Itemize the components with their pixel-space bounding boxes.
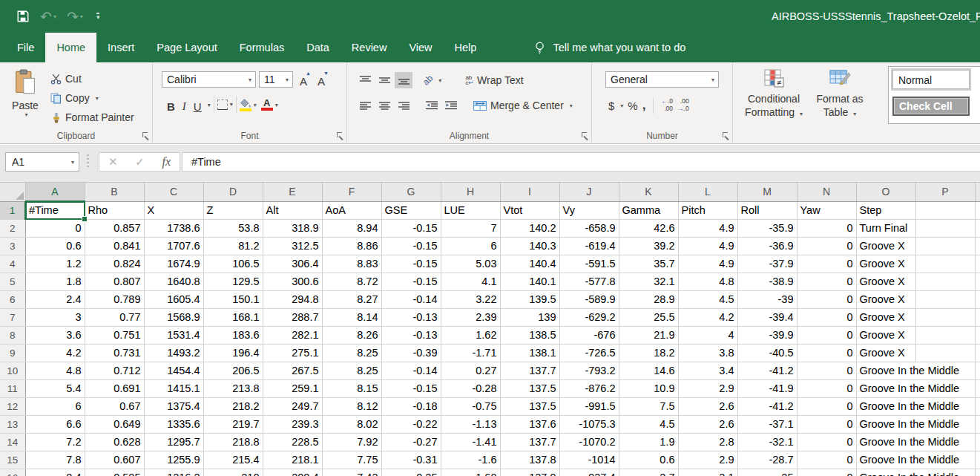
cell-L10[interactable]: 3.4 bbox=[678, 362, 737, 379]
cell-A5[interactable]: 1.8 bbox=[25, 273, 85, 290]
cell-G15[interactable]: -0.31 bbox=[381, 451, 441, 469]
cell-E14[interactable]: 228.5 bbox=[263, 433, 322, 451]
cell-I11[interactable]: 137.5 bbox=[500, 379, 559, 397]
cell-L15[interactable]: 2.9 bbox=[678, 451, 737, 469]
cell-A3[interactable]: 0.6 bbox=[25, 237, 85, 255]
col-header-E[interactable]: E bbox=[263, 183, 322, 201]
cell-H15[interactable]: -1.6 bbox=[441, 451, 500, 469]
cell-G1[interactable]: GSE bbox=[381, 201, 441, 219]
row-header-11[interactable]: 11 bbox=[0, 379, 25, 397]
cell-G6[interactable]: -0.14 bbox=[381, 290, 441, 308]
wrap-text-button[interactable]: abc↩ Wrap Text bbox=[465, 71, 523, 89]
cell-H7[interactable]: 2.39 bbox=[441, 308, 500, 326]
cell-K2[interactable]: 42.6 bbox=[619, 219, 678, 237]
cell-O5[interactable]: Groove X bbox=[856, 273, 915, 290]
formula-bar-resize-handle[interactable] bbox=[87, 154, 89, 169]
currency-format-button[interactable]: $▾ bbox=[608, 97, 623, 114]
cell-N8[interactable]: 0 bbox=[797, 326, 856, 344]
cell-A8[interactable]: 3.6 bbox=[25, 326, 85, 344]
cell-E1[interactable]: Alt bbox=[263, 201, 322, 219]
cell-G9[interactable]: -0.39 bbox=[381, 344, 441, 362]
cell-B16[interactable]: 0.585 bbox=[85, 469, 144, 476]
cell-J10[interactable]: -793.2 bbox=[559, 362, 619, 379]
cell-E5[interactable]: 300.6 bbox=[263, 273, 322, 290]
cell-N16[interactable]: 0 bbox=[797, 469, 856, 476]
cell-P7[interactable] bbox=[915, 308, 975, 326]
cell-C16[interactable]: 1216.2 bbox=[144, 469, 203, 476]
cell-M8[interactable]: -39.9 bbox=[737, 326, 797, 344]
save-icon[interactable] bbox=[16, 10, 30, 23]
formula-input[interactable]: #Time bbox=[182, 152, 980, 172]
tab-file[interactable]: File bbox=[6, 33, 45, 62]
cell-F11[interactable]: 8.15 bbox=[322, 379, 381, 397]
cell-F4[interactable]: 8.83 bbox=[322, 255, 381, 273]
cut-button[interactable]: Cut bbox=[50, 70, 134, 88]
cell-F3[interactable]: 8.86 bbox=[322, 237, 381, 255]
cell-K13[interactable]: 4.5 bbox=[619, 415, 678, 433]
cell-E3[interactable]: 312.5 bbox=[263, 237, 322, 255]
cell-O14[interactable]: Groove In the Middle bbox=[856, 433, 915, 451]
cell-D9[interactable]: 196.4 bbox=[203, 344, 263, 362]
decrease-indent-button[interactable] bbox=[423, 97, 441, 114]
cell-A6[interactable]: 2.4 bbox=[25, 290, 85, 308]
align-center-button[interactable] bbox=[375, 97, 393, 114]
cell-H11[interactable]: -0.28 bbox=[441, 379, 500, 397]
cell-J13[interactable]: -1075.3 bbox=[559, 415, 619, 433]
cell-E13[interactable]: 239.3 bbox=[263, 415, 322, 433]
tell-me-box[interactable]: Tell me what you want to do bbox=[533, 33, 685, 62]
cell-D12[interactable]: 218.2 bbox=[203, 397, 263, 415]
row-header-16[interactable]: 16 bbox=[0, 469, 25, 476]
tab-data[interactable]: Data bbox=[295, 33, 341, 62]
cell-J5[interactable]: -577.8 bbox=[559, 273, 619, 290]
cell-K8[interactable]: 21.9 bbox=[619, 326, 678, 344]
row-header-7[interactable]: 7 bbox=[0, 308, 25, 326]
cell-N1[interactable]: Yaw bbox=[797, 201, 856, 219]
cell-A11[interactable]: 5.4 bbox=[25, 379, 85, 397]
cell-A13[interactable]: 6.6 bbox=[25, 415, 85, 433]
cell-C6[interactable]: 1605.4 bbox=[144, 290, 203, 308]
col-header-L[interactable]: L bbox=[678, 183, 737, 201]
row-header-6[interactable]: 6 bbox=[0, 290, 25, 308]
cell-F15[interactable]: 7.75 bbox=[322, 451, 381, 469]
percent-format-button[interactable]: % bbox=[628, 97, 637, 114]
cell-A7[interactable]: 3 bbox=[25, 308, 85, 326]
cell-C11[interactable]: 1415.1 bbox=[144, 379, 203, 397]
name-box[interactable]: A1 ▾ bbox=[5, 152, 79, 172]
cell-J8[interactable]: -676 bbox=[559, 326, 619, 344]
cell-P5[interactable] bbox=[915, 273, 975, 290]
cell-F1[interactable]: AoA bbox=[322, 201, 381, 219]
cell-A16[interactable]: 8.4 bbox=[25, 469, 85, 476]
cell-K15[interactable]: 0.6 bbox=[619, 451, 678, 469]
cell-M12[interactable]: -41.2 bbox=[737, 397, 797, 415]
cell-B4[interactable]: 0.824 bbox=[85, 255, 144, 273]
cell-F7[interactable]: 8.14 bbox=[322, 308, 381, 326]
confirm-entry-icon[interactable]: ✓ bbox=[135, 155, 145, 169]
col-header-F[interactable]: F bbox=[322, 183, 381, 201]
cell-O11[interactable]: Groove In the Middle bbox=[856, 379, 915, 397]
cell-K9[interactable]: 18.2 bbox=[619, 344, 678, 362]
cell-D6[interactable]: 150.1 bbox=[203, 290, 263, 308]
cell-F16[interactable]: 7.43 bbox=[322, 469, 381, 476]
col-header-A[interactable]: A bbox=[25, 183, 85, 201]
copy-button[interactable]: Copy ▾ bbox=[50, 89, 134, 107]
paste-button[interactable]: Paste ▾ bbox=[5, 69, 45, 125]
cell-C8[interactable]: 1531.4 bbox=[144, 326, 203, 344]
number-dialog-launcher[interactable] bbox=[722, 131, 730, 140]
cell-E16[interactable]: 208.4 bbox=[263, 469, 322, 476]
select-all-corner[interactable] bbox=[0, 183, 25, 201]
cell-E9[interactable]: 275.1 bbox=[263, 344, 322, 362]
cell-G11[interactable]: -0.15 bbox=[381, 379, 441, 397]
cell-M4[interactable]: -37.9 bbox=[737, 255, 797, 273]
row-header-13[interactable]: 13 bbox=[0, 415, 25, 433]
insert-function-icon[interactable]: fx bbox=[162, 155, 171, 169]
cell-L12[interactable]: 2.6 bbox=[678, 397, 737, 415]
cell-J4[interactable]: -591.5 bbox=[559, 255, 619, 273]
cell-B3[interactable]: 0.841 bbox=[85, 237, 144, 255]
cell-D8[interactable]: 183.6 bbox=[203, 326, 263, 344]
cell-G14[interactable]: -0.27 bbox=[381, 433, 441, 451]
cell-I5[interactable]: 140.1 bbox=[500, 273, 559, 290]
cell-O3[interactable]: Groove X bbox=[856, 237, 915, 255]
row-header-4[interactable]: 4 bbox=[0, 255, 25, 273]
cell-E4[interactable]: 306.4 bbox=[263, 255, 322, 273]
cell-G12[interactable]: -0.18 bbox=[381, 397, 441, 415]
